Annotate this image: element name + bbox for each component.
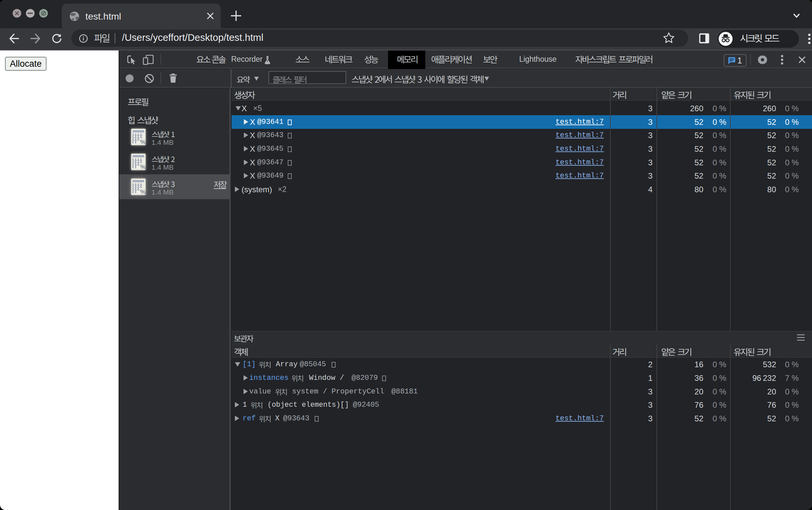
svg-text:%: % [140, 139, 146, 145]
svg-text:%: % [140, 163, 146, 170]
svg-text:%: % [140, 188, 146, 195]
